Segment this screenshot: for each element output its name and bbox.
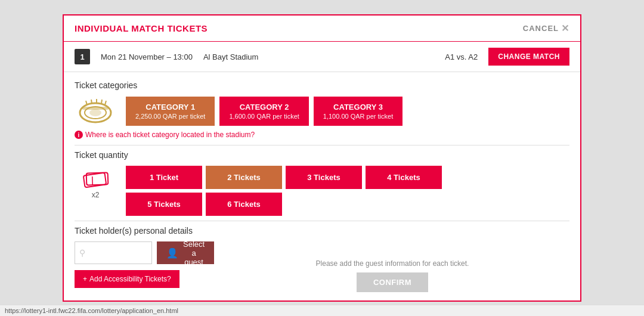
cancel-label: CANCEL (523, 24, 559, 33)
match-bar: 1 Mon 21 November – 13:00 Al Bayt Stadiu… (64, 42, 580, 72)
svg-line-7 (101, 100, 102, 104)
cat3-name: CATEGORY 3 (323, 103, 393, 111)
qty-1-button[interactable]: 1 Ticket (126, 166, 202, 189)
qty-2-button[interactable]: 2 Tickets (206, 166, 282, 189)
ticket-icon: x2 (75, 166, 116, 199)
info-link[interactable]: i Where is each ticket category located … (75, 131, 569, 139)
divider-2 (75, 221, 569, 221)
holder-name-input[interactable] (75, 241, 152, 264)
svg-point-2 (89, 109, 101, 116)
category-3-button[interactable]: CATEGORY 3 1,100.00 QAR per ticket (314, 97, 402, 126)
bottom-section: Please add the guest information for eac… (215, 241, 569, 292)
holder-details-title: Ticket holder(s) personal details (75, 226, 569, 236)
cat1-price: 2,250.00 QAR per ticket (135, 113, 205, 120)
modal-header: INDIVIDUAL MATCH TICKETS CANCEL ✕ (64, 16, 580, 42)
qty-3-button[interactable]: 3 Tickets (286, 166, 362, 189)
stadium-svg (78, 96, 113, 126)
category-buttons: CATEGORY 1 2,250.00 QAR per ticket CATEG… (126, 97, 402, 126)
qty-row-2: 5 Tickets 6 Tickets (126, 193, 442, 216)
cat1-name: CATEGORY 1 (135, 103, 205, 111)
holder-left: ⚲ 👤 Select a guest + Add Accessibility T… (75, 241, 206, 288)
ticket-categories-title: Ticket categories (75, 80, 569, 90)
cat3-price: 1,100.00 QAR per ticket (323, 113, 393, 120)
category-1-button[interactable]: CATEGORY 1 2,250.00 QAR per ticket (126, 97, 215, 126)
match-date: Mon 21 November – 13:00 (101, 52, 193, 61)
change-match-button[interactable]: CHANGE MATCH (488, 48, 569, 66)
category-2-button[interactable]: CATEGORY 2 1,600.00 QAR per ticket (219, 97, 308, 126)
svg-line-8 (105, 101, 106, 105)
modal-body: Ticket categories (64, 72, 580, 300)
page-wrapper: INDIVIDUAL MATCH TICKETS CANCEL ✕ 1 Mon … (0, 0, 644, 316)
stadium-icon (75, 96, 116, 126)
person-icon: ⚲ (79, 248, 85, 258)
match-stadium: Al Bayt Stadium (203, 52, 259, 61)
match-teams: A1 vs. A2 (445, 52, 478, 61)
qty-row-1: 1 Ticket 2 Tickets 3 Tickets 4 Tickets (126, 166, 442, 189)
modal: INDIVIDUAL MATCH TICKETS CANCEL ✕ 1 Mon … (63, 14, 581, 302)
accessibility-button[interactable]: + Add Accessibility Tickets? (75, 270, 179, 288)
cancel-button[interactable]: CANCEL ✕ (523, 23, 569, 34)
user-icon: 👤 (166, 247, 178, 259)
accessibility-label: Add Accessibility Tickets? (89, 275, 171, 283)
plus-icon: + (83, 275, 87, 283)
ticket-quantity-row: x2 1 Ticket 2 Tickets 3 Tickets 4 Ticket… (75, 166, 569, 216)
qty-5-button[interactable]: 5 Tickets (126, 193, 202, 216)
text-input-wrapper: ⚲ (75, 241, 152, 264)
ticket-quantity-title: Ticket quantity (75, 150, 569, 160)
qty-4-button[interactable]: 4 Tickets (366, 166, 442, 189)
ticket-count-label: x2 (92, 191, 100, 199)
modal-title: INDIVIDUAL MATCH TICKETS (75, 23, 208, 33)
confirm-button[interactable]: CONFIRM (357, 272, 428, 292)
match-number: 1 (75, 49, 90, 64)
info-text: Where is each ticket category located in… (85, 131, 255, 139)
divider-1 (75, 145, 569, 145)
cat2-price: 1,600.00 QAR per ticket (229, 113, 299, 120)
holder-inputs: ⚲ 👤 Select a guest (75, 241, 206, 264)
ticket-svg (80, 168, 110, 190)
holder-section: ⚲ 👤 Select a guest + Add Accessibility T… (75, 241, 569, 292)
select-guest-button[interactable]: 👤 Select a guest (157, 241, 214, 264)
qty-6-button[interactable]: 6 Tickets (206, 193, 282, 216)
footer-url: https://lottery1-intl.fwc22.fifa.com/lot… (0, 305, 644, 316)
svg-rect-3 (82, 107, 109, 110)
ticket-categories-row: CATEGORY 1 2,250.00 QAR per ticket CATEG… (75, 96, 569, 126)
info-icon: i (75, 131, 83, 139)
select-guest-label: Select a guest (183, 240, 205, 267)
svg-line-5 (91, 100, 92, 104)
quantity-buttons: 1 Ticket 2 Tickets 3 Tickets 4 Tickets 5… (126, 166, 442, 216)
cat2-name: CATEGORY 2 (229, 103, 299, 111)
close-icon: ✕ (561, 23, 569, 34)
guest-info-text: Please add the guest information for eac… (215, 259, 569, 268)
